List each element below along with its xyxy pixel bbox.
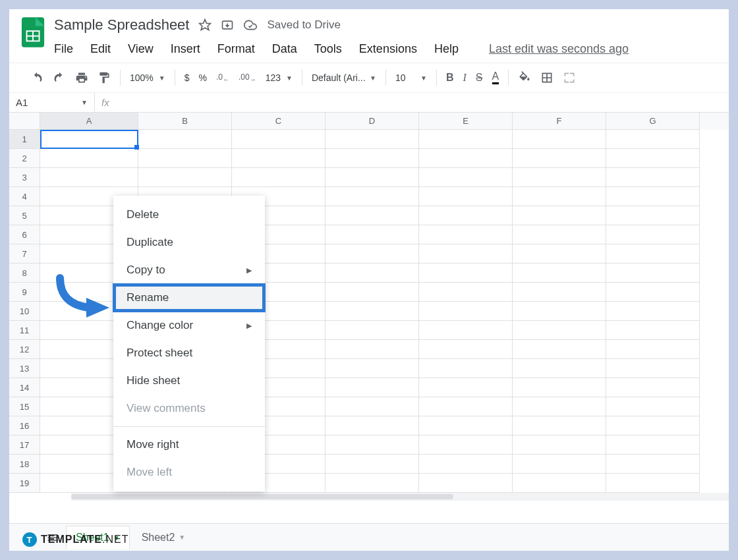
cell[interactable] (513, 378, 606, 397)
menu-help[interactable]: Help (434, 42, 459, 56)
cell[interactable] (513, 321, 606, 340)
row-header-6[interactable]: 6 (9, 225, 40, 244)
cell[interactable] (326, 244, 419, 264)
context-menu-copy-to[interactable]: Copy to▶ (113, 256, 265, 284)
col-header-b[interactable]: B (138, 113, 232, 130)
cell[interactable] (606, 302, 700, 321)
cell[interactable] (326, 435, 419, 455)
menu-view[interactable]: View (128, 42, 154, 56)
cell[interactable] (513, 244, 606, 264)
row-header-15[interactable]: 15 (9, 397, 40, 416)
context-menu-delete[interactable]: Delete (113, 201, 265, 229)
font-select[interactable]: Default (Ari...▼ (308, 72, 380, 83)
context-menu-rename[interactable]: Rename (113, 284, 265, 312)
cell[interactable] (513, 283, 606, 302)
context-menu-change-color[interactable]: Change color▶ (113, 312, 265, 339)
print-button[interactable] (71, 69, 92, 87)
select-all-corner[interactable] (9, 113, 40, 130)
cell[interactable] (326, 130, 419, 149)
borders-button[interactable] (536, 69, 557, 87)
row-header-18[interactable]: 18 (9, 455, 40, 474)
menu-data[interactable]: Data (272, 42, 297, 56)
cell[interactable] (419, 378, 513, 397)
cell[interactable] (326, 455, 419, 474)
cell[interactable] (419, 130, 513, 149)
redo-button[interactable] (49, 69, 70, 87)
cell[interactable] (606, 264, 700, 283)
cell[interactable] (513, 149, 606, 168)
cell[interactable] (606, 474, 700, 493)
formula-bar[interactable] (116, 93, 729, 112)
cell[interactable] (419, 283, 513, 302)
row-header-10[interactable]: 10 (9, 302, 40, 321)
cell[interactable] (606, 416, 700, 435)
cell[interactable] (419, 397, 513, 416)
star-icon[interactable] (198, 18, 212, 32)
cell[interactable] (138, 130, 232, 149)
last-edit-link[interactable]: Last edit was seconds ago (489, 42, 629, 56)
cell[interactable] (513, 359, 606, 378)
fill-color-button[interactable] (514, 69, 535, 87)
cell[interactable] (40, 149, 138, 168)
cell[interactable] (326, 321, 419, 340)
context-menu-hide-sheet[interactable]: Hide sheet (113, 367, 265, 395)
row-header-11[interactable]: 11 (9, 321, 40, 340)
cell[interactable] (606, 244, 700, 264)
cell[interactable] (232, 168, 326, 187)
zoom-select[interactable]: 100%▼ (126, 72, 169, 83)
cell[interactable] (326, 187, 419, 206)
cloud-saved-icon[interactable] (243, 18, 258, 32)
row-header-5[interactable]: 5 (9, 206, 40, 225)
cell[interactable] (513, 130, 606, 149)
cell[interactable] (513, 474, 606, 493)
row-header-13[interactable]: 13 (9, 359, 40, 378)
cell[interactable] (606, 359, 700, 378)
row-header-3[interactable]: 3 (9, 168, 40, 187)
col-header-c[interactable]: C (232, 113, 326, 130)
col-header-g[interactable]: G (606, 113, 700, 130)
cell[interactable] (419, 206, 513, 225)
cell[interactable] (513, 187, 606, 206)
cell[interactable] (419, 474, 513, 493)
cell[interactable] (326, 397, 419, 416)
col-header-e[interactable]: E (419, 113, 513, 130)
context-menu-protect-sheet[interactable]: Protect sheet (113, 339, 265, 367)
cell[interactable] (513, 435, 606, 455)
horizontal-scrollbar[interactable] (71, 493, 729, 501)
context-menu-move-right[interactable]: Move right (113, 431, 265, 459)
row-header-4[interactable]: 4 (9, 187, 40, 206)
cell[interactable] (326, 474, 419, 493)
cell[interactable] (606, 168, 700, 187)
cell[interactable] (606, 187, 700, 206)
col-header-d[interactable]: D (326, 113, 419, 130)
cell[interactable] (419, 359, 513, 378)
cell[interactable] (513, 302, 606, 321)
cell[interactable] (606, 149, 700, 168)
cell[interactable] (419, 302, 513, 321)
row-header-8[interactable]: 8 (9, 264, 40, 283)
cell[interactable] (419, 264, 513, 283)
context-menu-duplicate[interactable]: Duplicate (113, 229, 265, 256)
sheets-logo[interactable] (20, 14, 46, 50)
row-header-14[interactable]: 14 (9, 378, 40, 397)
italic-button[interactable]: I (459, 69, 470, 86)
cell[interactable] (606, 340, 700, 359)
cell[interactable] (606, 435, 700, 455)
cell[interactable] (326, 206, 419, 225)
cell[interactable] (606, 130, 700, 149)
cell[interactable] (419, 321, 513, 340)
cell[interactable] (419, 149, 513, 168)
name-box[interactable]: A1▼ (9, 93, 95, 112)
cell[interactable] (326, 302, 419, 321)
merge-cells-button[interactable] (559, 69, 580, 87)
cell[interactable] (138, 168, 232, 187)
cell[interactable] (326, 340, 419, 359)
row-header-1[interactable]: 1 (9, 130, 40, 149)
menu-extensions[interactable]: Extensions (359, 42, 417, 56)
cell[interactable] (419, 225, 513, 244)
strikethrough-button[interactable]: S (472, 69, 487, 86)
cell[interactable] (419, 455, 513, 474)
font-size-select[interactable]: 10▼ (391, 72, 431, 83)
move-icon[interactable] (221, 18, 234, 32)
cell[interactable] (232, 149, 326, 168)
